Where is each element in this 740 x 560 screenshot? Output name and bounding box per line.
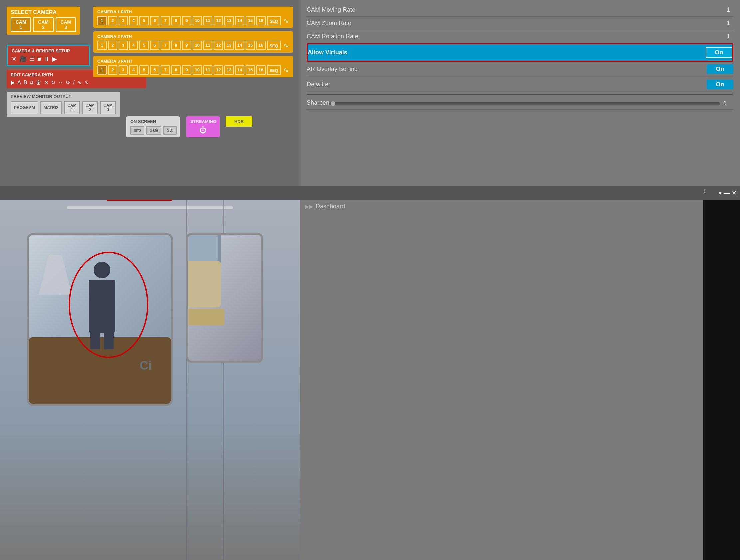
cam-render-icon-play[interactable]: ▶ [52, 55, 57, 63]
path3-btn-13[interactable]: 13 [224, 65, 234, 75]
edit-cam-arrows[interactable]: ↔ [58, 80, 63, 86]
viewport-chevron-down-icon[interactable]: ▾ [719, 189, 722, 197]
path2-curve-icon[interactable]: ∿ [283, 41, 289, 49]
path2-btn-2[interactable]: 2 [108, 40, 117, 50]
path3-btn-8[interactable]: 8 [171, 65, 181, 75]
preview-cam1-btn[interactable]: CAM 1 [64, 101, 80, 114]
path1-btn-8[interactable]: 8 [171, 16, 181, 25]
viewport-x-icon[interactable]: ✕ [732, 189, 737, 197]
path1-btn-16[interactable]: 16 [256, 16, 266, 25]
path1-btn-15[interactable]: 15 [246, 16, 255, 25]
ar-overlay-badge[interactable]: On [707, 64, 733, 74]
path3-btn-1[interactable]: 1 [97, 65, 106, 75]
edit-cam-play[interactable]: ▶ [11, 79, 15, 86]
path3-btn-4[interactable]: 4 [129, 65, 138, 75]
edit-cam-curve1[interactable]: ∿ [77, 79, 82, 86]
edit-cam-rotate[interactable]: ↻ [51, 79, 55, 86]
viewport-close-icon[interactable]: — [724, 190, 730, 197]
path2-btn-6[interactable]: 6 [150, 40, 160, 50]
path3-btn-15[interactable]: 15 [246, 65, 255, 75]
edit-cam-line[interactable]: / [73, 80, 74, 86]
path2-btn-3[interactable]: 3 [118, 40, 128, 50]
path3-btn-6[interactable]: 6 [150, 65, 160, 75]
path3-btn-9[interactable]: 9 [182, 65, 191, 75]
path1-seq-btn[interactable]: SEQ [267, 16, 281, 25]
preview-cam2-btn[interactable]: CAM 2 [82, 101, 98, 114]
path1-btn-1[interactable]: 1 [97, 16, 106, 25]
cam-zoom-rate-row: CAM Zoom Rate 1 [306, 17, 733, 30]
path3-btn-7[interactable]: 7 [161, 65, 170, 75]
path2-btn-1[interactable]: 1 [97, 40, 106, 50]
path2-btn-12[interactable]: 12 [214, 40, 223, 50]
on-screen-info-btn[interactable]: Info [130, 126, 145, 135]
path3-btn-5[interactable]: 5 [140, 65, 149, 75]
preview-matrix-btn[interactable]: MATRIX [40, 101, 62, 114]
path1-btn-7[interactable]: 7 [161, 16, 170, 25]
cam-render-icon-camera[interactable]: 🎥 [19, 55, 27, 63]
path1-btn-14[interactable]: 14 [235, 16, 244, 25]
chair-back [186, 261, 221, 308]
sharpen-value: 0 [723, 101, 733, 107]
path1-btn-5[interactable]: 5 [140, 16, 149, 25]
cam-render-icon-stop[interactable]: ■ [37, 55, 41, 63]
edit-cam-copy[interactable]: ⧉ [30, 80, 33, 86]
cam-render-icon-pause[interactable]: ⏸ [43, 55, 50, 63]
path2-btn-5[interactable]: 5 [140, 40, 149, 50]
edit-cam-b[interactable]: B [24, 80, 27, 86]
cam2-button[interactable]: CAM 2 [33, 17, 53, 32]
cam-moving-rate-value: 1 [710, 6, 730, 13]
path2-btn-14[interactable]: 14 [235, 40, 244, 50]
path2-btn-16[interactable]: 16 [256, 40, 266, 50]
cam1-button[interactable]: CAM 1 [11, 17, 31, 32]
preview-program-btn[interactable]: PROGRAM [11, 101, 38, 114]
camera3-path-buttons: 1 2 3 4 5 6 7 8 9 10 11 12 13 14 15 16 S [97, 65, 289, 75]
path1-btn-11[interactable]: 11 [203, 16, 213, 25]
path1-btn-6[interactable]: 6 [150, 16, 160, 25]
edit-cam-curve2[interactable]: ∿ [84, 79, 89, 86]
ar-overlay-label: AR Overlay Behind [306, 66, 707, 73]
path1-btn-13[interactable]: 13 [224, 16, 234, 25]
path1-btn-10[interactable]: 10 [193, 16, 202, 25]
path1-btn-12[interactable]: 12 [214, 16, 223, 25]
path2-btn-13[interactable]: 13 [224, 40, 234, 50]
edit-cam-x[interactable]: ✕ [44, 79, 48, 86]
on-screen-sdi-btn[interactable]: SDI [164, 126, 177, 135]
path1-btn-9[interactable]: 9 [182, 16, 191, 25]
viewport-area[interactable]: Ci [0, 200, 300, 560]
sharpen-slider-thumb[interactable] [331, 102, 335, 106]
edit-cam-delete[interactable]: 🗑 [36, 80, 41, 86]
path2-btn-8[interactable]: 8 [171, 40, 181, 50]
preview-cam3-btn[interactable]: CAM 3 [100, 101, 116, 114]
human-legs [82, 333, 122, 349]
path1-btn-4[interactable]: 4 [129, 16, 138, 25]
path2-btn-15[interactable]: 15 [246, 40, 255, 50]
path3-btn-10[interactable]: 10 [193, 65, 202, 75]
edit-cam-a[interactable]: A [17, 80, 21, 86]
cam-render-icon-cross[interactable]: ✕ [12, 55, 17, 63]
on-screen-safe-btn[interactable]: Safe [147, 126, 162, 135]
path3-btn-16[interactable]: 16 [256, 65, 266, 75]
cam3-button[interactable]: CAM 3 [56, 17, 76, 32]
path1-btn-2[interactable]: 2 [108, 16, 117, 25]
path3-btn-2[interactable]: 2 [108, 65, 117, 75]
streaming-power-icon[interactable]: ⏻ [190, 126, 216, 135]
path3-curve-icon[interactable]: ∿ [283, 66, 289, 74]
path2-btn-4[interactable]: 4 [129, 40, 138, 50]
path3-btn-12[interactable]: 12 [214, 65, 223, 75]
path2-btn-10[interactable]: 10 [193, 40, 202, 50]
path2-btn-9[interactable]: 9 [182, 40, 191, 50]
path2-btn-11[interactable]: 11 [203, 40, 213, 50]
edit-cam-refresh[interactable]: ⟳ [66, 79, 70, 86]
path3-btn-3[interactable]: 3 [118, 65, 128, 75]
path3-seq-btn[interactable]: SEQ [267, 65, 281, 75]
path2-seq-btn[interactable]: SEQ [267, 40, 281, 50]
detwitter-badge[interactable]: On [707, 80, 733, 89]
path1-btn-3[interactable]: 3 [118, 16, 128, 25]
path3-btn-14[interactable]: 14 [235, 65, 244, 75]
path2-btn-7[interactable]: 7 [161, 40, 170, 50]
path3-btn-11[interactable]: 11 [203, 65, 213, 75]
sharpen-slider[interactable] [329, 103, 720, 105]
allow-virtuals-badge[interactable]: On [706, 47, 732, 58]
cam-render-icon-list[interactable]: ☰ [29, 55, 34, 63]
path1-curve-icon[interactable]: ∿ [283, 17, 289, 25]
